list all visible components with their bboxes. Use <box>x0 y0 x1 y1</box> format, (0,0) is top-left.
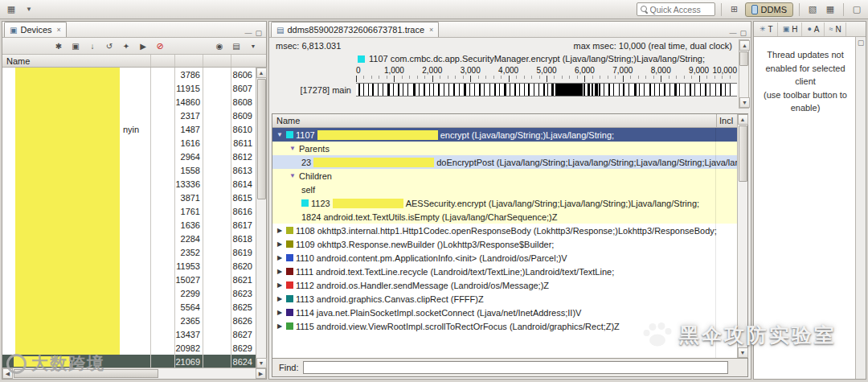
method-table-row[interactable]: ▶1115android.view.ViewRootImpl.scrollToR… <box>272 319 747 333</box>
redaction-overlay <box>313 158 434 167</box>
method-table-row[interactable]: ▶1110android.content.pm.ApplicationInfo.… <box>272 251 747 265</box>
method-table-row[interactable]: 1123AESSecurity.encrypt (Ljava/lang/Stri… <box>272 196 747 210</box>
tab-heap-view[interactable]: ▣ H <box>779 23 803 36</box>
timeline-vscrollbar[interactable]: ▲ ▼ <box>739 39 749 109</box>
quick-access-box[interactable] <box>637 2 715 16</box>
method-color-swatch <box>301 199 309 207</box>
view-dropdown-icon[interactable]: ▼ <box>247 40 260 52</box>
vscroll-thumb[interactable] <box>739 51 748 66</box>
method-table-vscrollbar[interactable]: ▲ ▼ <box>737 114 747 358</box>
thread-info-panel: ✳ T ▣ H ● A ≈ N Thread updates not enabl… <box>753 21 866 380</box>
close-icon[interactable]: × <box>429 26 433 34</box>
trace-tabbar: ▤ ddms8590028732606673781.trace × — ▢ <box>269 22 751 38</box>
scroll-up-icon[interactable]: ▲ <box>739 40 750 51</box>
tree-expanded-icon[interactable]: ▼ <box>276 131 284 138</box>
debug-icon[interactable]: ✱ <box>52 40 65 52</box>
tree-collapsed-icon[interactable]: ▶ <box>276 268 284 275</box>
devices-hscrollbar[interactable]: ◀ ▶ <box>2 368 266 379</box>
vscroll-thumb[interactable] <box>739 125 747 182</box>
scroll-right-icon[interactable]: ▶ <box>256 368 266 379</box>
restore-view-icon[interactable]: ▢ <box>850 2 864 17</box>
trace-mark <box>504 84 506 96</box>
method-table-row[interactable]: ▶1109okhttp3.Response.newBuilder ()Lokht… <box>272 237 747 251</box>
dump-hprof-icon[interactable]: ↓ <box>86 40 99 52</box>
method-table-row[interactable]: ▶1112android.os.Handler.sendMessage (Lan… <box>272 278 747 292</box>
tree-collapsed-icon[interactable]: ▶ <box>276 322 284 330</box>
close-icon[interactable]: × <box>57 26 61 34</box>
trace-mark <box>659 84 660 96</box>
trace-file-icon: ▤ <box>276 26 284 35</box>
tab-threads-view[interactable]: ✳ T <box>755 23 778 36</box>
tree-collapsed-icon[interactable]: ▶ <box>276 295 284 302</box>
maximize-icon[interactable]: ▢ <box>739 29 747 37</box>
incl-column-header[interactable]: Incl <box>716 114 737 127</box>
name-column-header[interactable]: Name <box>272 114 716 127</box>
tab-devices[interactable]: ▣ Devices × <box>4 22 67 37</box>
perspective-b-icon[interactable]: ▧ <box>805 2 820 17</box>
trace-mark <box>372 84 374 96</box>
tree-expanded-icon[interactable]: ▼ <box>289 145 297 152</box>
devices-vscrollbar[interactable]: ▲ ▼ <box>256 68 266 368</box>
tab-allocation-view[interactable]: ● A <box>803 23 824 36</box>
restore-view-icon[interactable]: ▢ <box>858 39 865 47</box>
axis-tick-label: 4,000 <box>498 66 518 75</box>
method-table-row[interactable]: ▶1114java.net.PlainSocketImpl.socketConn… <box>272 306 747 319</box>
perspective-c-icon[interactable]: ▦ <box>823 2 837 17</box>
method-table-row[interactable]: ▼1107encrypt (Ljava/lang/String;)Ljava/l… <box>272 128 747 142</box>
method-table-row[interactable]: 23doEncryptPost (Ljava/lang/String;Ljava… <box>272 155 747 169</box>
trace-mark <box>588 84 590 96</box>
hscroll-thumb[interactable] <box>14 369 158 378</box>
thread-timeline-strip[interactable] <box>356 83 737 97</box>
method-table-row[interactable]: ▶1108okhttp3.internal.http1.Http1Codec.o… <box>272 224 747 237</box>
tree-collapsed-icon[interactable]: ▶ <box>276 240 284 248</box>
maximize-icon[interactable]: ▢ <box>255 29 262 37</box>
gc-icon[interactable]: ↺ <box>103 40 116 52</box>
tree-collapsed-icon[interactable]: ▶ <box>276 227 284 234</box>
method-table-row[interactable]: ▼Children <box>272 169 747 183</box>
trace-mark <box>730 84 731 96</box>
ddms-view-toolbar: ✳ T ▣ H ● A ≈ N <box>754 22 866 37</box>
scroll-down-icon[interactable]: ▼ <box>739 97 750 108</box>
scroll-down-icon[interactable]: ▼ <box>256 358 267 368</box>
tab-network-view[interactable]: ≈ N <box>825 23 846 36</box>
open-perspective-icon[interactable]: ⊞ <box>727 2 742 17</box>
find-input[interactable] <box>303 361 728 374</box>
update-threads-icon[interactable]: ✦ <box>120 40 133 52</box>
start-profiling-icon[interactable]: ▶ <box>137 40 149 52</box>
tree-collapsed-icon[interactable]: ▶ <box>276 254 284 261</box>
screen-capture-icon[interactable]: ◉ <box>213 40 226 52</box>
tree-collapsed-icon[interactable]: ▶ <box>276 281 284 289</box>
minimize-icon[interactable]: — <box>729 29 736 37</box>
name-column-header[interactable]: Name <box>2 55 151 67</box>
method-table-row[interactable]: self <box>272 183 747 196</box>
scroll-left-icon[interactable]: ◀ <box>2 368 13 379</box>
method-table-row[interactable]: 1824android.text.TextUtils.isEmpty (Ljav… <box>272 210 747 224</box>
stop-process-icon[interactable]: ⊘ <box>154 40 166 52</box>
trace-mark <box>469 84 470 96</box>
view-menu-icon[interactable]: ▤ <box>230 40 243 52</box>
method-table-row[interactable]: ▼Parents <box>272 142 747 155</box>
trace-mark <box>669 84 670 96</box>
device-table-row[interactable]: 210698624 <box>2 355 266 368</box>
trace-mark <box>453 84 455 96</box>
scroll-up-icon[interactable]: ▲ <box>256 68 267 78</box>
update-heap-icon[interactable]: ▣ <box>69 40 82 52</box>
vscroll-thumb[interactable] <box>257 79 266 199</box>
trace-mark <box>524 84 525 96</box>
trace-mark <box>725 84 726 96</box>
quick-access-input[interactable] <box>650 5 708 14</box>
redaction-overlay <box>317 130 438 140</box>
scroll-down-icon[interactable]: ▼ <box>738 347 748 358</box>
minimize-icon[interactable]: — <box>244 29 252 37</box>
ddms-perspective-button[interactable]: DDMS <box>745 2 793 17</box>
trace-mark <box>543 84 545 96</box>
method-table-row[interactable]: ▶1111android.text.TextLine.recycle (Land… <box>272 265 747 278</box>
scroll-up-icon[interactable]: ▲ <box>738 114 748 125</box>
toolbar-dropdown-icon[interactable]: ▼ <box>22 2 36 17</box>
tree-expanded-icon[interactable]: ▼ <box>289 172 297 179</box>
tree-collapsed-icon[interactable]: ▶ <box>276 309 284 316</box>
tab-trace-file[interactable]: ▤ ddms8590028732606673781.trace × <box>271 22 439 37</box>
method-table-row[interactable]: ▶1113android.graphics.Canvas.clipRect (F… <box>272 292 747 306</box>
trace-mark <box>547 84 548 96</box>
perspective-a-icon[interactable]: ▦ <box>4 2 18 17</box>
